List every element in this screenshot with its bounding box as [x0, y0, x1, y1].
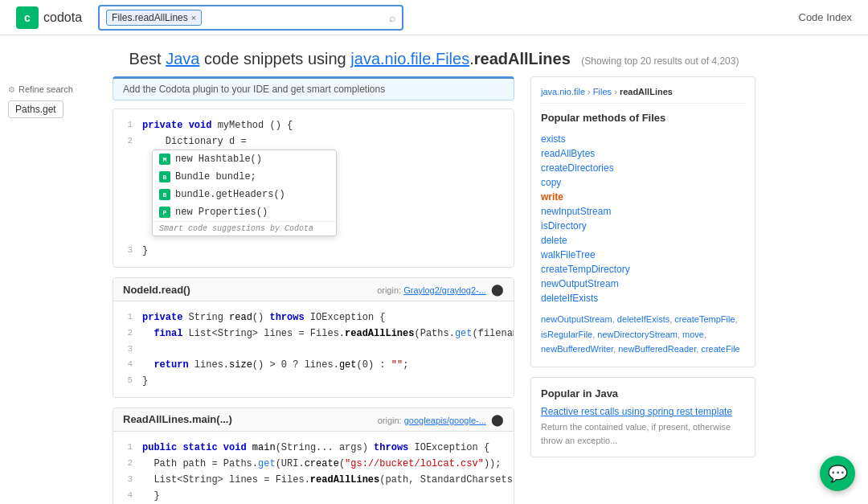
- sidebar: ⚙ Refine search Paths.get: [8, 76, 104, 504]
- code-line: 5 }: [113, 373, 514, 389]
- code-line: 4 return lines.size() > 0 ? lines.get(0)…: [113, 357, 514, 373]
- java-link[interactable]: Java: [166, 50, 199, 68]
- autocomplete-item[interactable]: B Bundle bundle;: [153, 168, 336, 186]
- ac-icon-properties: P: [159, 207, 170, 218]
- combined-link-createfile[interactable]: createFile: [701, 344, 739, 354]
- method-link-createtempdirectory[interactable]: createTempDirectory: [541, 262, 745, 277]
- breadcrumb-link-2[interactable]: Files: [593, 87, 612, 96]
- header: c codota Files.readAllLines × ⌕ Code Ind…: [0, 0, 868, 35]
- popular-java-desc: Return the contained value, if present, …: [541, 420, 745, 447]
- snippet-header-3: ReadAllLines.main(...) origin: googleapi…: [113, 408, 514, 432]
- code-line: 2 final List<String> lines = Files.readA…: [113, 326, 514, 342]
- chat-bubble[interactable]: 💬: [820, 456, 855, 491]
- class-link[interactable]: java.nio.file.Files: [350, 50, 469, 68]
- page-title-area: Best Java code snippets using java.nio.f…: [0, 35, 868, 76]
- search-bar[interactable]: Files.readAllLines × ⌕: [98, 5, 403, 31]
- combined-link-isregularfile[interactable]: isRegularFile: [541, 330, 592, 339]
- snippet-header-2: NodeId.read() origin: Graylog2/graylog2-…: [113, 278, 514, 301]
- search-tag[interactable]: Files.readAllLines ×: [106, 10, 202, 26]
- logo-text: codota: [43, 10, 82, 25]
- combined-link-newdirectorystream[interactable]: newDirectoryStream: [597, 330, 678, 339]
- code-index-link[interactable]: Code Index: [799, 11, 853, 23]
- code-block-1: 1 private void myMethod () { 2 Dictionar…: [113, 109, 514, 267]
- ac-icon-hashtable: M: [159, 154, 170, 165]
- method-link-delete[interactable]: delete: [541, 233, 745, 248]
- method-link-exists[interactable]: exists: [541, 132, 745, 146]
- popular-methods-title: Popular methods of Files: [541, 112, 745, 124]
- method-link-walkfiletree[interactable]: walkFileTree: [541, 248, 745, 262]
- refine-search-label: ⚙ Refine search: [8, 84, 104, 94]
- github-icon: ⬤: [491, 413, 504, 426]
- snippet-origin-link[interactable]: Graylog2/graylog2-...: [403, 285, 486, 295]
- code-block-3: 1 public static void main(String... args…: [113, 432, 514, 505]
- code-line: 1 private String read() throws IOExcepti…: [113, 309, 514, 326]
- code-line: 1 public static void main(String... args…: [113, 440, 514, 456]
- snippet-origin: origin: googleapis/google-... ⬤: [378, 413, 504, 426]
- method-link-createdirectories[interactable]: createDirectories: [541, 161, 745, 175]
- code-block-2: 1 private String read() throws IOExcepti…: [113, 301, 514, 397]
- code-line: 1 private void myMethod () {: [113, 117, 514, 133]
- breadcrumb-current: readAllLines: [620, 87, 673, 96]
- combined-link-deleteifexists[interactable]: deleteIfExists: [617, 314, 669, 324]
- right-panel: java.nio.file › Files › readAllLines Pop…: [522, 76, 755, 504]
- sidebar-tag-paths-get[interactable]: Paths.get: [8, 100, 63, 118]
- search-tag-value: Files.readAllLines: [112, 12, 188, 23]
- method-link-write[interactable]: write: [541, 190, 745, 204]
- combined-link-move[interactable]: move: [682, 330, 704, 339]
- popular-methods-list: exists readAllBytes createDirectories co…: [541, 132, 745, 305]
- autocomplete-popup: M new Hashtable() B Bundle bundle; B bun…: [152, 150, 337, 236]
- snippet-origin: origin: Graylog2/graylog2-... ⬤: [377, 283, 504, 296]
- code-line: 3: [113, 342, 514, 357]
- code-line: 3 List<String> lines = Files.readAllLine…: [113, 472, 514, 488]
- snippet-card-1: 1 private void myMethod () { 2 Dictionar…: [113, 109, 514, 268]
- combined-link-createtempfile[interactable]: createTempFile: [674, 314, 735, 324]
- code-line: 4 }: [113, 488, 514, 504]
- autocomplete-item[interactable]: P new Properties(): [153, 203, 336, 221]
- method-link-newinputstream[interactable]: newInputStream: [541, 204, 745, 219]
- refine-icon: ⚙: [8, 85, 15, 94]
- code-line: 2 Dictionary d =: [113, 133, 514, 150]
- popular-methods-section: java.nio.file › Files › readAllLines Pop…: [530, 76, 755, 367]
- page-title: Best Java code snippets using java.nio.f…: [16, 50, 852, 68]
- content-area: Add the Codota plugin to your IDE and ge…: [104, 76, 522, 504]
- autocomplete-item[interactable]: B bundle.getHeaders(): [153, 186, 336, 203]
- method-link-isdirectory[interactable]: isDirectory: [541, 219, 745, 233]
- method-link-readallbytes[interactable]: readAllBytes: [541, 146, 745, 161]
- autocomplete-footer: Smart code suggestions by Codota: [153, 221, 336, 236]
- code-line: 2 Path path = Paths.get(URI.create("gs:/…: [113, 456, 514, 472]
- main-layout: ⚙ Refine search Paths.get Add the Codota…: [0, 76, 868, 504]
- github-icon: ⬤: [491, 283, 504, 296]
- logo[interactable]: c codota: [16, 6, 82, 29]
- method-link-deleteifexists[interactable]: deleteIfExists: [541, 291, 745, 305]
- popular-java-title: Popular in Java: [541, 387, 745, 400]
- breadcrumb: java.nio.file › Files › readAllLines: [541, 87, 745, 104]
- method-name: readAllLines: [474, 50, 571, 68]
- autocomplete-item[interactable]: M new Hashtable(): [153, 150, 336, 168]
- snippet-card-2: NodeId.read() origin: Graylog2/graylog2-…: [113, 277, 514, 398]
- combined-link-newbufferedreader[interactable]: newBufferedReader: [618, 344, 696, 354]
- snippet-card-3: ReadAllLines.main(...) origin: googleapi…: [113, 408, 514, 505]
- method-link-newoutputstream[interactable]: newOutputStream: [541, 277, 745, 291]
- breadcrumb-link-1[interactable]: java.nio.file: [541, 87, 585, 96]
- combined-link-newoutputstream[interactable]: newOutputStream: [541, 314, 612, 324]
- ac-icon-bundle2: B: [159, 189, 170, 200]
- search-button[interactable]: ⌕: [389, 11, 395, 24]
- search-tag-close-icon[interactable]: ×: [191, 13, 196, 23]
- plugin-banner[interactable]: Add the Codota plugin to your IDE and ge…: [113, 76, 514, 100]
- popular-java-article-link[interactable]: Reactive rest calls using spring rest te…: [541, 406, 745, 417]
- snippet-method-name: ReadAllLines.main(...): [123, 413, 232, 425]
- method-link-copy[interactable]: copy: [541, 175, 745, 190]
- result-count: (Showing top 20 results out of 4,203): [581, 55, 739, 67]
- snippet-origin-link[interactable]: googleapis/google-...: [404, 416, 486, 425]
- popular-combined: newOutputStream, deleteIfExists, createT…: [541, 312, 745, 357]
- popular-java-section: Popular in Java Reactive rest calls usin…: [530, 377, 755, 457]
- combined-link-newbufferedwriter[interactable]: newBufferedWriter: [541, 344, 613, 354]
- logo-icon: c: [16, 6, 39, 29]
- code-line: 3 }: [113, 243, 514, 259]
- snippet-method-name: NodeId.read(): [123, 284, 190, 296]
- ac-icon-bundle: B: [159, 171, 170, 182]
